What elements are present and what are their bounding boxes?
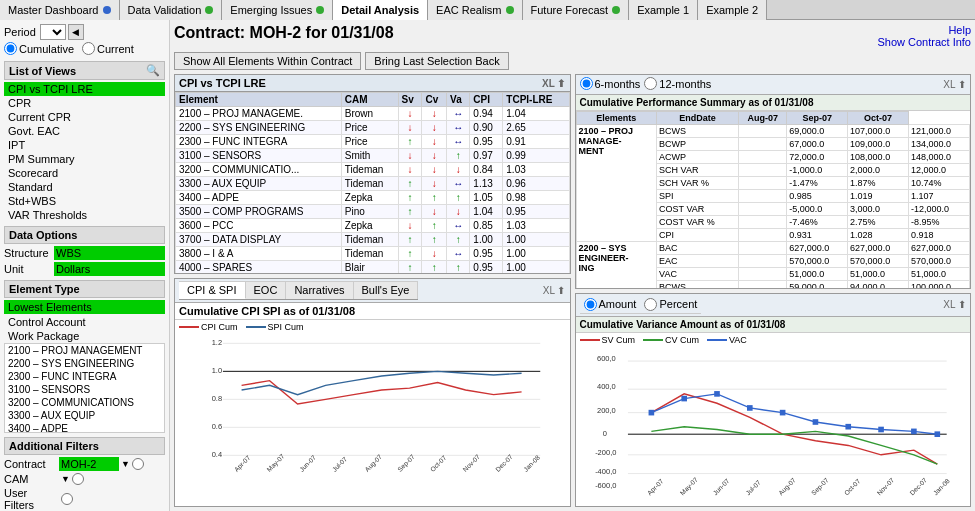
variance-chart-area: 600,0 400,0 200,0 0 -200,0 -400,0 -600,0 — [576, 347, 971, 507]
cam-arrow-icon[interactable]: ▼ — [61, 474, 70, 484]
tab-bulls-eye[interactable]: Bull's Eye — [354, 281, 419, 299]
tab-detail-analysis[interactable]: Detail Analysis — [333, 0, 428, 20]
list-item[interactable]: 2200 – SYS ENGINEERING — [5, 357, 164, 370]
svg-text:May-07: May-07 — [678, 475, 699, 496]
table-row: 2,000.0 — [848, 164, 909, 177]
view-item-var-thresholds[interactable]: VAR Thresholds — [4, 208, 165, 222]
contract-arrow-icon[interactable]: ▼ — [121, 459, 130, 469]
svg-text:Jun-07: Jun-07 — [711, 476, 730, 495]
table-row: 3700 – DATA DISPLAY — [176, 233, 342, 247]
element-type-lowest[interactable]: Lowest Elements — [4, 300, 165, 314]
svg-text:Nov-07: Nov-07 — [875, 476, 895, 496]
cumulative-radio[interactable]: Cumulative — [4, 42, 74, 55]
table-row: 627,000.0 — [909, 242, 970, 255]
tab-data-validation[interactable]: Data Validation — [120, 0, 223, 20]
list-item[interactable]: 3100 – SENSORS — [5, 383, 164, 396]
unit-value[interactable]: Dollars — [54, 262, 165, 276]
tab-eoc[interactable]: EOC — [246, 281, 287, 299]
lowest-elements-list[interactable]: 2100 – PROJ MANAGEMENT 2200 – SYS ENGINE… — [4, 343, 165, 433]
period-select[interactable] — [40, 24, 66, 40]
table-row: ↓ — [422, 121, 447, 135]
table-row: BCWS — [657, 125, 739, 138]
right-content: Contract: MOH-2 for 01/31/08 Help Show C… — [170, 20, 975, 511]
svg-text:Jul-07: Jul-07 — [744, 478, 762, 496]
view-item-current-cpr[interactable]: Current CPR — [4, 110, 165, 124]
tab-emerging-issues[interactable]: Emerging Issues — [222, 0, 333, 20]
current-radio[interactable]: Current — [82, 42, 134, 55]
table-row — [739, 151, 787, 164]
svg-text:1.0: 1.0 — [212, 366, 222, 375]
svg-rect-38 — [812, 419, 818, 425]
user-filters-radio[interactable] — [61, 493, 73, 505]
tab-narratives[interactable]: Narratives — [286, 281, 353, 299]
view-item-govt-eac[interactable]: Govt. EAC — [4, 124, 165, 138]
table-row: Price — [341, 121, 398, 135]
left-col: CPI vs TCPI LRE XL ⬆ Element CAM Sv Cv — [174, 74, 571, 507]
perf-col-sep: Sep-07 — [787, 112, 848, 125]
table-row: ↓ — [422, 135, 447, 149]
cam-filter-row: CAM ▼ — [4, 473, 165, 485]
tab-example2[interactable]: Example 2 — [698, 0, 767, 20]
perf-summary-xl-btn[interactable]: XL ⬆ — [943, 79, 966, 90]
view-item-std-wbs[interactable]: Std+WBS — [4, 194, 165, 208]
list-item[interactable]: 2300 – FUNC INTEGRA — [5, 370, 164, 383]
table-row: 0.84 — [470, 163, 503, 177]
table-row: BAC — [657, 242, 739, 255]
element-type-work[interactable]: Work Package — [4, 329, 165, 343]
table-row: 1.05 — [470, 191, 503, 205]
amount-radio[interactable]: Amount — [584, 298, 637, 311]
period-6m-radio[interactable]: 6-months — [580, 77, 641, 90]
view-item-cpi-tcpi[interactable]: CPI vs TCPI LRE — [4, 82, 165, 96]
left-panel: Period ◀ Cumulative Current List of View… — [0, 20, 170, 511]
period-prev-btn[interactable]: ◀ — [68, 24, 84, 40]
contract-filter-value[interactable]: MOH-2 — [59, 457, 119, 471]
table-row: 3100 – SENSORS — [176, 149, 342, 163]
view-item-scorecard[interactable]: Scorecard — [4, 166, 165, 180]
view-item-pm-summary[interactable]: PM Summary — [4, 152, 165, 166]
cam-radio[interactable] — [72, 473, 84, 485]
table-row: 121,000.0 — [909, 125, 970, 138]
show-contract-info-link[interactable]: Show Contract Info — [877, 36, 971, 48]
table-row: ↓ — [422, 205, 447, 219]
table-row: ↔ — [447, 247, 470, 261]
table-row: 100,000.0 — [909, 281, 970, 288]
content-grid: CPI vs TCPI LRE XL ⬆ Element CAM Sv Cv — [174, 74, 971, 507]
bring-last-btn[interactable]: Bring Last Selection Back — [365, 52, 508, 70]
svg-text:Jul-07: Jul-07 — [331, 455, 349, 473]
tab-future-forecast[interactable]: Future Forecast — [523, 0, 630, 20]
view-item-ipt[interactable]: IPT — [4, 138, 165, 152]
tab-example1[interactable]: Example 1 — [629, 0, 698, 20]
element-type-control[interactable]: Control Account — [4, 315, 165, 329]
list-item[interactable]: 3400 – ADPE — [5, 422, 164, 433]
chart-xl-btn[interactable]: XL ⬆ — [543, 285, 566, 296]
table-row: ↔ — [447, 219, 470, 233]
list-item[interactable]: 3200 – COMMUNICATIONS — [5, 396, 164, 409]
help-link[interactable]: Help — [877, 24, 971, 36]
period-12m-radio[interactable]: 12-months — [644, 77, 711, 90]
table-row: ↑ — [447, 233, 470, 247]
cpi-tcpi-xl-btn[interactable]: XL ⬆ — [542, 78, 565, 89]
tab-eac-realism[interactable]: EAC Realism — [428, 0, 522, 20]
table-row: ↑ — [447, 191, 470, 205]
search-icon[interactable]: 🔍 — [146, 64, 160, 77]
table-row: ↑ — [398, 177, 422, 191]
tab-cpi-spi[interactable]: CPI & SPI — [179, 281, 246, 299]
svg-text:Sep-07: Sep-07 — [396, 453, 417, 474]
col-cam: CAM — [341, 93, 398, 107]
table-row: 134,000.0 — [909, 138, 970, 151]
view-item-cpr[interactable]: CPR — [4, 96, 165, 110]
structure-value[interactable]: WBS — [54, 246, 165, 260]
percent-radio[interactable]: Percent — [644, 298, 697, 311]
table-row: ↔ — [447, 107, 470, 121]
variance-top: Amount Percent XL ⬆ — [576, 294, 971, 317]
view-item-standard[interactable]: Standard — [4, 180, 165, 194]
contract-radio[interactable] — [132, 458, 144, 470]
table-row: ↑ — [447, 149, 470, 163]
list-item[interactable]: 2100 – PROJ MANAGEMENT — [5, 344, 164, 357]
variance-xl-btn[interactable]: XL ⬆ — [943, 299, 966, 310]
list-item[interactable]: 3300 – AUX EQUIP — [5, 409, 164, 422]
show-all-btn[interactable]: Show All Elements Within Contract — [174, 52, 361, 70]
svg-text:Aug-07: Aug-07 — [777, 476, 798, 497]
cumulative-row: Cumulative Current — [4, 42, 165, 55]
tab-master-dashboard[interactable]: Master Dashboard — [0, 0, 120, 20]
